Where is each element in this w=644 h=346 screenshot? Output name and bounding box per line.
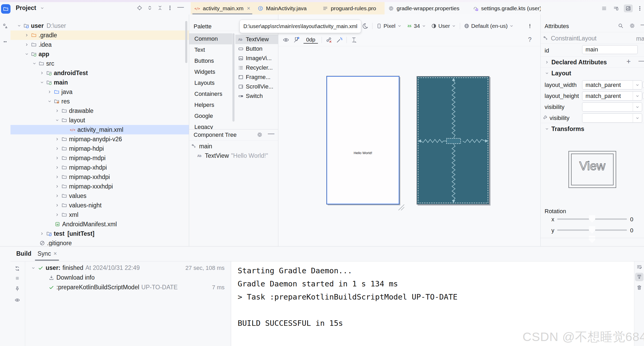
tree-item-mipmap-anydpi-v26[interactable]: mipmap-anydpi-v26 [10, 134, 189, 144]
chevron-right-icon[interactable] [55, 108, 60, 113]
editor-tab-4[interactable]: gradle-wrapper.properties [385, 2, 469, 14]
tree-item-.gradle[interactable]: .gradle [10, 30, 189, 40]
tree-item-user[interactable]: userD:\user [10, 21, 189, 30]
palette-component-TextView[interactable]: AbTextView [235, 35, 278, 44]
chevron-right-icon[interactable] [55, 165, 60, 170]
tree-item-drawable[interactable]: drawable [10, 106, 189, 116]
attribute-value-combo[interactable] [582, 113, 642, 123]
tree-item-java[interactable]: java [10, 87, 189, 97]
palette-category-legacy[interactable]: Legacy [189, 122, 232, 129]
tree-item-main[interactable]: main [10, 78, 189, 87]
tree-item-mipmap-hdpi[interactable]: mipmap-hdpi [10, 144, 189, 153]
palette-category-buttons[interactable]: Buttons [189, 55, 232, 66]
build-tree-row[interactable]: Download info [25, 273, 230, 282]
editor-tab-2[interactable]: CMainActivity.java [254, 2, 319, 14]
chevron-right-icon[interactable] [55, 156, 60, 160]
tree-item-xml[interactable]: xml [10, 210, 189, 219]
tree-item-layout[interactable]: layout [10, 116, 189, 125]
image-mode-button[interactable] [624, 4, 633, 12]
palette-category-common[interactable]: Common [189, 33, 232, 44]
tree-item-activity_main.xml[interactable]: </>activity_main.xml [10, 125, 189, 134]
tree-item-.idea[interactable]: .idea [10, 40, 189, 49]
theme-selector[interactable]: User [438, 23, 450, 29]
rotation-y-slider-handle[interactable] [589, 226, 595, 234]
api-level-selector[interactable]: 34 [414, 23, 420, 29]
hide-panel-icon[interactable]: — [177, 3, 184, 11]
chevron-down-icon[interactable] [17, 23, 22, 28]
palette-component-Fragme[interactable]: Fragme... [235, 72, 278, 82]
project-view-selector[interactable]: Project [16, 4, 36, 12]
chevron-right-icon[interactable] [55, 146, 60, 151]
build-tree-row[interactable]: :prepareKotlinBuildScriptModelUP-TO-DATE… [25, 282, 230, 292]
palette-category-containers[interactable]: Containers [189, 88, 232, 99]
gear-icon[interactable] [629, 23, 635, 29]
design-preview-phone[interactable]: Hello World! [327, 76, 399, 204]
scrollbar[interactable] [185, 21, 187, 63]
tree-item-mipmap-xxxhdpi[interactable]: mipmap-xxxhdpi [10, 182, 189, 191]
pin-button[interactable] [14, 285, 21, 292]
help-icon[interactable]: ? [528, 36, 531, 43]
chevron-right-icon[interactable] [47, 90, 52, 94]
editor-tab-5[interactable]: Ksettings.gradle.kts (user) [469, 2, 544, 14]
resize-handle-icon[interactable] [397, 203, 405, 211]
chevron-right-icon[interactable] [55, 184, 60, 189]
constraint-connect-pill[interactable] [643, 82, 644, 88]
split-editor-button[interactable] [611, 4, 620, 12]
tree-item-app[interactable]: app [10, 49, 189, 59]
night-mode-icon[interactable] [362, 23, 369, 29]
close-tab-icon[interactable]: × [247, 5, 250, 12]
expand-all-icon[interactable] [147, 5, 153, 11]
tool-window-button-structure[interactable] [2, 23, 8, 30]
chevron-right-icon[interactable] [24, 33, 29, 38]
tree-item-test[interactable]: test[unitTest] [10, 229, 189, 238]
attribute-value-combo[interactable] [582, 102, 642, 112]
tree-item-src[interactable]: src [10, 59, 189, 68]
chevron-right-icon[interactable] [55, 175, 60, 179]
tree-item-values-night[interactable]: values-night [10, 201, 189, 210]
scroll-to-end-button[interactable] [635, 273, 643, 281]
hello-world-text[interactable]: Hello World! [327, 151, 399, 155]
chevron-right-icon[interactable] [40, 231, 44, 236]
chevron-down-icon[interactable] [633, 105, 642, 109]
chevron-down-icon[interactable] [55, 118, 60, 123]
remove-attribute-icon[interactable]: — [638, 57, 644, 65]
close-sync-tab-icon[interactable]: × [54, 250, 57, 257]
transforms-section[interactable]: Transforms [545, 124, 584, 134]
more-options-icon[interactable] [167, 5, 173, 11]
palette-component-Switch[interactable]: Switch [235, 91, 278, 101]
chevron-down-icon[interactable] [633, 83, 642, 87]
pack-align-icon[interactable] [350, 36, 357, 43]
issue-indicator-icon[interactable] [527, 23, 533, 29]
palette-category-text[interactable]: Text [189, 44, 232, 55]
autoconnect-off-icon[interactable] [293, 36, 300, 43]
rotation-z-slider-handle[interactable] [589, 236, 595, 243]
chevron-right-icon[interactable] [55, 203, 60, 208]
tool-window-button-more-horizontal[interactable] [2, 39, 8, 46]
chevron-right-icon[interactable] [55, 137, 60, 141]
palette-component-ScrollVie[interactable]: ScrollVie... [235, 82, 278, 91]
declared-attributes-section[interactable]: Declared Attributes [545, 57, 607, 67]
chevron-down-icon[interactable] [32, 61, 37, 66]
clear-constraints-icon[interactable] [326, 36, 332, 43]
collapse-all-icon[interactable] [157, 5, 163, 11]
chevron-down-icon[interactable] [40, 80, 44, 85]
chevron-down-icon[interactable] [47, 99, 52, 104]
chevron-right-icon[interactable] [40, 71, 44, 75]
tree-item-mipmap-mdpi[interactable]: mipmap-mdpi [10, 153, 189, 163]
list-menu-button[interactable] [600, 4, 609, 12]
tree-item-res[interactable]: res [10, 97, 189, 106]
filters-button[interactable] [14, 296, 21, 304]
rerun-button[interactable] [14, 265, 21, 272]
gear-icon[interactable] [257, 132, 263, 138]
id-field[interactable]: main [582, 45, 638, 54]
hide-panel-icon[interactable]: — [268, 130, 274, 137]
chevron-right-icon[interactable] [24, 42, 29, 47]
stop-button[interactable] [14, 275, 21, 282]
chevron-down-icon[interactable] [31, 266, 36, 270]
tree-item-.gitignore[interactable]: .gitignore [10, 238, 189, 246]
add-attribute-icon[interactable]: + [626, 57, 631, 66]
editor-tab-1[interactable]: </>activity_main.xml× [191, 2, 254, 14]
palette-component-Button[interactable]: Button [235, 44, 278, 54]
build-tree-row[interactable]: user:finishedAt 2024/10/31 22:4927 sec, … [25, 263, 230, 273]
palette-category-widgets[interactable]: Widgets [189, 66, 232, 77]
